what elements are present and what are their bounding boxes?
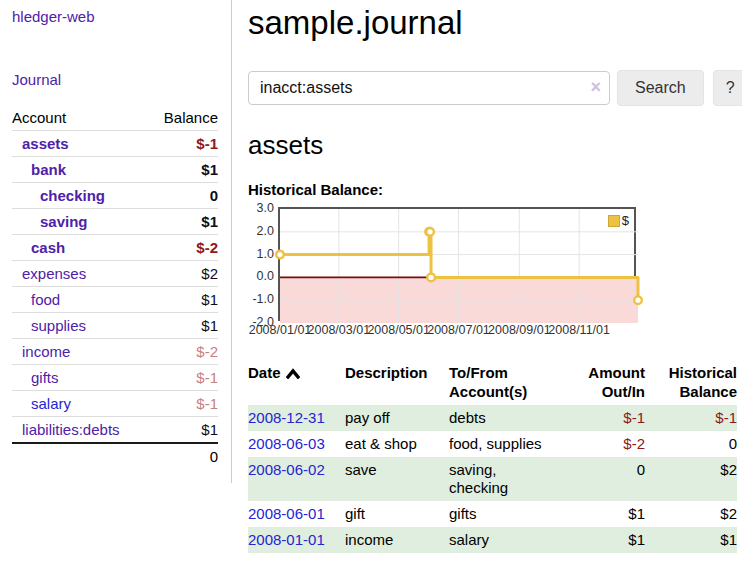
sidebar-account-link[interactable]: supplies: [31, 317, 86, 334]
register-amount-cell: $1: [583, 527, 645, 553]
sort-ascending-icon: [286, 368, 300, 379]
register-accounts-line: gifts: [449, 505, 575, 523]
sidebar-account-link[interactable]: expenses: [22, 265, 86, 282]
register-accounts-line: salary: [449, 531, 575, 549]
transaction-date-link[interactable]: 2008-12-31: [248, 409, 325, 426]
register-header-balance: Historical Balance: [645, 360, 737, 405]
data-point-marker: [426, 228, 434, 236]
register-header-date: Date: [248, 360, 345, 405]
sidebar-account-link[interactable]: food: [31, 291, 60, 308]
register-header-row: Date Description To/From Account(s) Amou…: [248, 360, 737, 405]
account-balance: $1: [152, 287, 218, 313]
register-description-cell: eat & shop: [345, 431, 449, 457]
account-balance: $-2: [152, 339, 218, 365]
register-amount-cell: 0: [583, 457, 645, 501]
historical-balance-chart: 3.02.01.00.0-1.0-2.0$2008/01/012008/03/0…: [248, 207, 726, 338]
accounts-total-spacer: [12, 443, 152, 469]
brand-link[interactable]: hledger-web: [12, 8, 218, 25]
sidebar-account-link[interactable]: assets: [22, 135, 69, 152]
register-row: 2008-06-03eat & shopfood, supplies$-20: [248, 431, 737, 457]
register-balance-cell: $-1: [645, 405, 737, 431]
transaction-date-link[interactable]: 2008-01-01: [248, 531, 325, 548]
sidebar-account-link[interactable]: bank: [31, 161, 66, 178]
chart-title: Historical Balance:: [248, 181, 726, 198]
account-name-cell: saving: [12, 209, 152, 235]
register-header-amount: Amount Out/In: [583, 360, 645, 405]
page-title: sample.journal: [248, 4, 726, 42]
register-date-cell: 2008-01-01: [248, 527, 345, 553]
account-name-cell: salary: [12, 391, 152, 417]
account-row: gifts$-1: [12, 365, 218, 391]
page: hledger-web Journal Account Balance asse…: [0, 0, 742, 553]
account-balance: $1: [152, 313, 218, 339]
account-row: salary$-1: [12, 391, 218, 417]
main-content: sample.journal × Search ? assets Histori…: [232, 0, 726, 553]
transaction-date-link[interactable]: 2008-06-01: [248, 505, 325, 522]
sidebar-item-journal[interactable]: Journal: [12, 71, 218, 88]
register-balance-cell: $1: [645, 527, 737, 553]
register-row: 2008-06-01giftgifts$1$2: [248, 501, 737, 527]
search-button[interactable]: Search: [617, 70, 704, 106]
register-accounts-line: debts: [449, 409, 575, 427]
register-amount-cell: $-2: [583, 431, 645, 457]
sidebar-account-link[interactable]: liabilities:debts: [22, 421, 120, 438]
register-row: 2008-06-02savesaving,checking0$2: [248, 457, 737, 501]
account-name-cell: food: [12, 287, 152, 313]
register-date-cell: 2008-06-02: [248, 457, 345, 501]
register-row: 2008-12-31pay offdebts$-1$-1: [248, 405, 737, 431]
header-amount-line2: Out/In: [583, 382, 645, 401]
legend-swatch: [608, 215, 620, 227]
header-date-label: Date: [248, 364, 281, 381]
account-row: saving$1: [12, 209, 218, 235]
sidebar-account-link[interactable]: gifts: [31, 369, 59, 386]
register-description-cell: gift: [345, 501, 449, 527]
accounts-header-account: Account: [12, 105, 152, 131]
account-name-cell: checking: [12, 183, 152, 209]
y-axis-tick-label: 3.0: [248, 201, 274, 216]
account-balance: $-1: [152, 391, 218, 417]
register-accounts-cell: debts: [449, 405, 583, 431]
help-button[interactable]: ?: [713, 70, 742, 106]
register-header-accounts: To/From Account(s): [449, 360, 583, 405]
register-date-cell: 2008-06-03: [248, 431, 345, 457]
register-header-description: Description: [345, 360, 449, 405]
register-table: Date Description To/From Account(s) Amou…: [248, 360, 737, 553]
sidebar-account-link[interactable]: checking: [40, 187, 105, 204]
register-description-cell: income: [345, 527, 449, 553]
y-axis-tick-label: 1.0: [248, 247, 274, 262]
search-input-wrap: ×: [248, 71, 610, 105]
account-balance: $2: [152, 261, 218, 287]
accounts-total-value: 0: [152, 443, 218, 469]
accounts-table: Account Balance assets$-1bank$1checking0…: [12, 105, 218, 469]
transaction-date-link[interactable]: 2008-06-02: [248, 461, 325, 478]
legend-label: $: [622, 213, 629, 228]
account-name-cell: bank: [12, 157, 152, 183]
sidebar-account-link[interactable]: cash: [31, 239, 65, 256]
register-description-cell: pay off: [345, 405, 449, 431]
header-accounts-line2: Account(s): [449, 382, 575, 401]
account-balance: $-1: [152, 365, 218, 391]
chart-plot-area[interactable]: $: [278, 207, 636, 321]
register-balance-cell: $2: [645, 457, 737, 501]
x-axis-tick-label: 2008/11/01: [548, 323, 610, 337]
search-form: × Search ?: [248, 70, 726, 106]
sidebar-account-link[interactable]: saving: [40, 213, 88, 230]
register-balance-cell: 0: [645, 431, 737, 457]
sidebar-account-link[interactable]: income: [22, 343, 70, 360]
account-row: food$1: [12, 287, 218, 313]
header-amount-line1: Amount: [583, 363, 645, 382]
account-heading: assets: [248, 130, 726, 160]
search-input[interactable]: [248, 71, 610, 105]
register-balance-cell: $2: [645, 501, 737, 527]
register-amount-cell: $1: [583, 501, 645, 527]
header-description-label: Description: [345, 364, 428, 381]
account-balance: $1: [152, 157, 218, 183]
x-axis-tick-label: 2008/03/01: [308, 323, 371, 337]
sidebar-account-link[interactable]: salary: [31, 395, 71, 412]
clear-search-icon[interactable]: ×: [590, 77, 601, 97]
account-name-cell: supplies: [12, 313, 152, 339]
account-row: cash$-2: [12, 235, 218, 261]
header-accounts-line1: To/From: [449, 363, 575, 382]
account-balance: $1: [152, 209, 218, 235]
transaction-date-link[interactable]: 2008-06-03: [248, 435, 325, 452]
